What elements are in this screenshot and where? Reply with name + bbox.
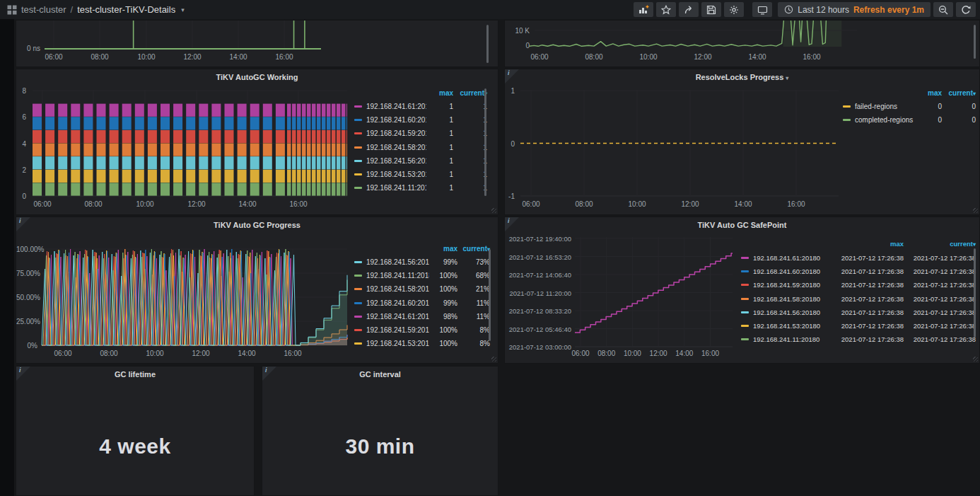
y-tick-label: 0 — [505, 140, 515, 148]
legend-series-name: 192.168.241.61:20180 — [366, 313, 429, 321]
legend-item[interactable]: 192.168.241.59:20180100%8% — [354, 323, 490, 337]
x-tick-label: 10:00 — [136, 200, 153, 208]
legend-sort-current[interactable]: current▾ — [942, 89, 976, 97]
legend-item[interactable]: 192.168.241.60:2018099%11% — [354, 296, 490, 310]
zoom-out-button[interactable] — [933, 2, 953, 17]
panel-info-corner[interactable]: i — [262, 367, 276, 381]
legend-sort-max[interactable]: max — [426, 89, 453, 97]
legend-sort-max[interactable]: max — [915, 89, 942, 97]
collapsed-side-menu[interactable] — [0, 19, 14, 496]
legend-current-value: 8% — [457, 326, 490, 334]
top-left-plot-area[interactable]: 0 ns06:0008:0010:0012:0014:0016:00 — [16, 21, 498, 67]
gc-progress-plot-area[interactable]: 0%25.00%50.00%75.00%100.00%06:0008:0010:… — [16, 217, 498, 363]
save-button[interactable] — [701, 2, 721, 17]
legend-item[interactable]: 192.168.241.56:2018011 — [354, 154, 487, 168]
star-button[interactable] — [656, 2, 676, 17]
legend-sort-current[interactable]: current▾ — [457, 245, 490, 253]
panel-title[interactable]: ResolveLocks Progress▾ — [505, 73, 979, 81]
panel-title[interactable]: GC interval — [262, 370, 498, 379]
legend-item[interactable]: 192.168.241.58:201802021-07-12 17:26:382… — [741, 292, 976, 306]
legend-item[interactable]: 192.168.241.56:2018099%73% — [354, 255, 490, 269]
panel-resize-handle[interactable] — [973, 357, 978, 362]
panel-info-corner[interactable]: i — [505, 69, 519, 83]
legend-item[interactable]: 192.168.241.61:2018098%11% — [354, 310, 490, 323]
legend-series-name: 192.168.241.56:20180 — [366, 258, 429, 266]
breadcrumb-dashboard-title[interactable]: test-cluster-TiKV-Details — [77, 4, 175, 15]
legend-item[interactable]: 192.168.241.60:2018011 — [354, 113, 487, 127]
legend-current-value: 68% — [457, 272, 490, 279]
x-tick-label: 06:00 — [54, 350, 71, 357]
panel-info-corner[interactable]: i — [16, 367, 30, 381]
legend-item[interactable]: 192.168.241.11:201802021-07-12 17:26:382… — [741, 333, 976, 346]
x-tick-label: 06:00 — [45, 53, 62, 61]
time-range-picker[interactable]: Last 12 hours Refresh every 1m — [778, 2, 931, 17]
legend-item[interactable]: 192.168.241.58:2018011 — [354, 141, 487, 154]
x-tick-label: 06:00 — [571, 350, 589, 357]
panel-title[interactable]: TiKV Auto GC SafePoint — [505, 221, 979, 229]
x-tick-label: 12:00 — [650, 350, 667, 357]
x-tick-label: 14:00 — [238, 350, 255, 357]
legend-series-name: 192.168.241.58:20180 — [366, 285, 429, 293]
panel-scrollbar[interactable] — [974, 25, 976, 59]
panel-scrollbar[interactable] — [486, 25, 489, 63]
dashboards-grid-icon[interactable] — [7, 5, 17, 15]
top-right-plot-area[interactable]: 10 K006:0008:0010:0012:0014:0016:00 — [505, 21, 979, 67]
legend-item[interactable]: 192.168.241.59:2018011 — [354, 127, 487, 140]
legend-scrollbar[interactable] — [974, 248, 976, 338]
panel-resize-handle[interactable] — [491, 208, 496, 213]
legend-item[interactable]: 192.168.241.53:201802021-07-12 17:26:382… — [741, 319, 976, 333]
panel-title[interactable]: GC lifetime — [16, 370, 254, 379]
legend-current-value: 1 — [453, 116, 487, 124]
breadcrumb-folder[interactable]: test-cluster — [21, 4, 66, 15]
panel-title[interactable]: TiKV Auto GC Progress — [16, 221, 498, 229]
panel-resize-handle[interactable] — [973, 208, 978, 213]
legend-series-name: 192.168.241.11:20180 — [366, 184, 426, 192]
legend-item[interactable]: 192.168.241.61:201802021-07-12 17:26:382… — [741, 251, 976, 265]
panel-info-corner[interactable]: i — [16, 217, 30, 231]
legend-item[interactable]: 192.168.241.59:201802021-07-12 17:26:382… — [741, 278, 976, 292]
legend-sort-current[interactable]: current▾ — [453, 89, 487, 97]
legend-sort-current[interactable]: current▾ — [904, 240, 976, 248]
legend-item[interactable]: 192.168.241.11:2018011 — [354, 181, 487, 195]
panel-top-right-partial: 10 K006:0008:0010:0012:0014:0016:00 — [504, 20, 980, 67]
panel-resize-handle[interactable] — [491, 357, 496, 362]
autogc-working-plot-area[interactable]: 0246806:0008:0010:0012:0014:0016:00maxcu… — [16, 69, 498, 214]
resolvelocks-plot-area[interactable]: 10-106:0008:0010:0012:0014:0016:00maxcur… — [505, 69, 979, 214]
breadcrumb-separator: / — [71, 4, 74, 15]
add-panel-button[interactable] — [634, 2, 653, 17]
legend-max-value: 2021-07-12 17:26:38 — [833, 267, 904, 275]
gc-safepoint-plot-area[interactable]: 2021-07-12 19:40:002021-07-12 16:53:2020… — [505, 217, 979, 363]
legend-item[interactable]: 192.168.241.11:20180100%68% — [354, 269, 490, 282]
legend-item[interactable]: 192.168.241.56:201802021-07-12 17:26:382… — [741, 306, 976, 319]
legend-sort-max[interactable]: max — [429, 245, 457, 253]
y-tick-label: 2021-07-12 14:06:40 — [506, 271, 571, 279]
chevron-down-icon[interactable]: ▾ — [181, 6, 185, 13]
refresh-button[interactable] — [956, 2, 976, 17]
legend-series-name: 192.168.241.59:20180 — [366, 326, 429, 334]
legend-series-swatch — [741, 270, 749, 272]
y-tick-label: 4 — [16, 140, 26, 148]
legend-item[interactable]: 192.168.241.58:20180100%21% — [354, 282, 490, 296]
title-caret-icon: ▾ — [786, 75, 788, 81]
panel-title[interactable]: TiKV AutoGC Working — [16, 73, 498, 81]
panel-info-corner[interactable]: i — [505, 217, 519, 231]
legend-series-swatch — [741, 298, 749, 300]
legend-sort-max[interactable]: max — [833, 240, 904, 248]
legend-scrollbar[interactable] — [484, 88, 486, 196]
legend-item[interactable]: 192.168.241.53:20180100%8% — [354, 337, 490, 350]
y-tick-label: 25.00% — [16, 318, 37, 325]
legend-item[interactable]: 192.168.241.61:2018011 — [354, 100, 487, 113]
legend-item[interactable]: failed-regions00 — [843, 100, 976, 113]
cycle-view-monitor-button[interactable] — [752, 2, 772, 17]
legend-series-swatch — [741, 338, 749, 340]
settings-gear-button[interactable] — [724, 2, 744, 17]
panel-gc-interval: i GC interval 30 min — [262, 366, 498, 496]
legend-current-value: 2021-07-12 17:26:38 — [904, 267, 976, 275]
share-button[interactable] — [679, 2, 699, 17]
x-tick-label: 08:00 — [597, 350, 615, 357]
legend-scrollbar[interactable] — [489, 249, 491, 341]
legend-item[interactable]: 192.168.241.53:2018011 — [354, 168, 487, 181]
legend-item[interactable]: completed-regions00 — [843, 113, 976, 127]
legend-item[interactable]: 192.168.241.60:201802021-07-12 17:26:382… — [741, 265, 976, 278]
legend-max-value: 100% — [429, 285, 457, 293]
